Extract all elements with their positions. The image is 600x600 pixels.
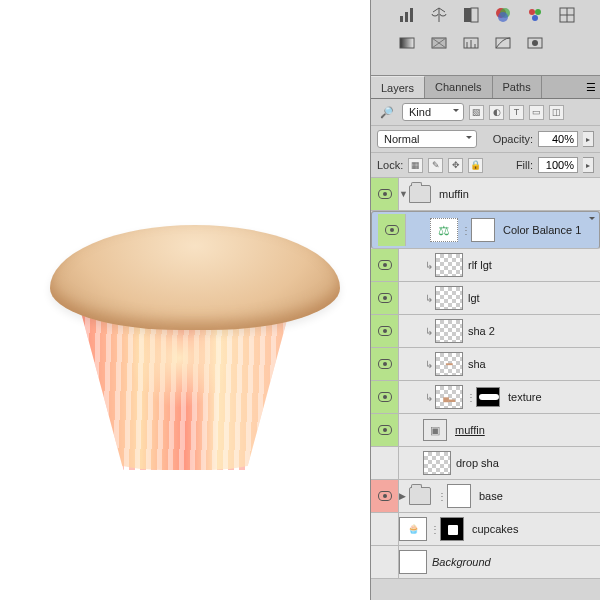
curves-icon[interactable] bbox=[493, 34, 513, 52]
pattern-icon[interactable] bbox=[429, 34, 449, 52]
grid-icon[interactable] bbox=[557, 6, 577, 24]
layer-thumb[interactable] bbox=[435, 286, 463, 310]
layer-drop-sha[interactable]: drop sha bbox=[371, 447, 600, 480]
layer-thumb[interactable] bbox=[399, 550, 427, 574]
histogram-icon[interactable] bbox=[397, 6, 417, 24]
eye-icon bbox=[378, 359, 392, 369]
layer-thumb[interactable]: 🧁 bbox=[399, 517, 427, 541]
lock-transparent-icon[interactable]: ▦ bbox=[408, 158, 423, 173]
folder-icon bbox=[409, 185, 431, 203]
eye-icon bbox=[378, 326, 392, 336]
muffin-artwork bbox=[35, 190, 335, 470]
layer-cupcakes[interactable]: 🧁 ⋮ cupcakes bbox=[371, 513, 600, 546]
layer-label: rlf lgt bbox=[466, 259, 492, 271]
layer-sha2[interactable]: ↳ sha 2 bbox=[371, 315, 600, 348]
clip-icon: ↳ bbox=[423, 359, 435, 370]
opacity-flyout-icon[interactable] bbox=[583, 131, 594, 147]
svg-rect-3 bbox=[464, 8, 471, 22]
filter-adjust-icon[interactable]: ◐ bbox=[489, 105, 504, 120]
svg-point-17 bbox=[532, 40, 538, 46]
visibility-toggle[interactable] bbox=[371, 381, 399, 413]
tab-channels[interactable]: Channels bbox=[425, 76, 492, 98]
layers-list: ▼ muffin ⚖ ⋮ Color Balance 1 ↳ rlf lgt ↳… bbox=[371, 178, 600, 579]
group-base[interactable]: ▶ ⋮ base bbox=[371, 480, 600, 513]
visibility-toggle[interactable] bbox=[371, 348, 399, 380]
filter-shape-icon[interactable]: ▭ bbox=[529, 105, 544, 120]
adjustment-thumb[interactable]: ⚖ bbox=[430, 218, 458, 242]
layer-label: sha bbox=[466, 358, 486, 370]
group-muffin[interactable]: ▼ muffin bbox=[371, 178, 600, 211]
eye-icon bbox=[378, 425, 392, 435]
layer-thumb[interactable] bbox=[435, 253, 463, 277]
search-icon: 🔎 bbox=[377, 106, 397, 119]
filter-row: 🔎 Kind ▧ ◐ T ▭ ◫ bbox=[371, 99, 600, 126]
lock-all-icon[interactable]: 🔒 bbox=[468, 158, 483, 173]
fill-flyout-icon[interactable] bbox=[583, 157, 594, 173]
tab-layers[interactable]: Layers bbox=[371, 76, 425, 98]
opacity-label: Opacity: bbox=[493, 133, 533, 145]
svg-rect-0 bbox=[400, 16, 403, 22]
layer-background[interactable]: Background bbox=[371, 546, 600, 579]
visibility-toggle[interactable] bbox=[371, 249, 399, 281]
layer-thumb[interactable] bbox=[435, 319, 463, 343]
layer-thumb[interactable]: ▄▂ bbox=[435, 385, 463, 409]
filter-pixel-icon[interactable]: ▧ bbox=[469, 105, 484, 120]
lock-position-icon[interactable]: ✥ bbox=[448, 158, 463, 173]
clip-icon: ↳ bbox=[423, 293, 435, 304]
visibility-toggle[interactable] bbox=[371, 480, 399, 512]
layer-label: texture bbox=[506, 391, 542, 403]
visibility-toggle[interactable] bbox=[371, 414, 399, 446]
swatches-icon[interactable] bbox=[525, 6, 545, 24]
visibility-toggle[interactable] bbox=[371, 447, 399, 479]
eye-icon bbox=[378, 189, 392, 199]
svg-rect-4 bbox=[471, 8, 478, 22]
blend-mode-select[interactable]: Normal bbox=[377, 130, 477, 148]
balance-icon: ⚖ bbox=[438, 223, 450, 238]
layer-label: sha 2 bbox=[466, 325, 495, 337]
layer-thumb[interactable] bbox=[423, 451, 451, 475]
channels-icon[interactable] bbox=[493, 6, 513, 24]
layer-mask-thumb[interactable] bbox=[447, 484, 471, 508]
levels-icon[interactable] bbox=[461, 34, 481, 52]
visibility-toggle[interactable] bbox=[371, 546, 399, 578]
gradient-icon[interactable] bbox=[397, 34, 417, 52]
mask-set-icon[interactable] bbox=[525, 34, 545, 52]
layer-label: muffin bbox=[437, 188, 469, 200]
visibility-toggle[interactable] bbox=[371, 513, 399, 545]
layer-muffin-smart[interactable]: ▣ muffin bbox=[371, 414, 600, 447]
svg-point-8 bbox=[529, 9, 535, 15]
layer-texture[interactable]: ↳ ▄▂ ⋮ texture bbox=[371, 381, 600, 414]
fill-input[interactable]: 100% bbox=[538, 157, 578, 173]
adjust-icon[interactable] bbox=[461, 6, 481, 24]
layer-mask-thumb[interactable] bbox=[440, 517, 464, 541]
layer-thumb[interactable]: ━ bbox=[435, 352, 463, 376]
layer-lgt[interactable]: ↳ lgt bbox=[371, 282, 600, 315]
filter-type-icon[interactable]: T bbox=[509, 105, 524, 120]
smart-object-thumb[interactable]: ▣ bbox=[423, 419, 447, 441]
svg-rect-12 bbox=[400, 38, 414, 48]
panel-menu-icon[interactable]: ☰ bbox=[582, 76, 600, 98]
visibility-toggle[interactable] bbox=[371, 282, 399, 314]
visibility-toggle[interactable] bbox=[378, 214, 406, 246]
filter-kind-select[interactable]: Kind bbox=[402, 103, 464, 121]
layer-label: cupcakes bbox=[470, 523, 518, 535]
tab-paths[interactable]: Paths bbox=[493, 76, 542, 98]
layer-color-balance[interactable]: ⚖ ⋮ Color Balance 1 bbox=[371, 211, 600, 249]
layer-mask-thumb[interactable] bbox=[476, 387, 500, 407]
lock-pixels-icon[interactable]: ✎ bbox=[428, 158, 443, 173]
clip-icon: ↳ bbox=[423, 260, 435, 271]
fill-label: Fill: bbox=[516, 159, 533, 171]
balance-icon[interactable] bbox=[429, 6, 449, 24]
disclosure-open-icon[interactable]: ▼ bbox=[399, 189, 409, 199]
layer-sha[interactable]: ↳ ━ sha bbox=[371, 348, 600, 381]
layer-mask-thumb[interactable] bbox=[471, 218, 495, 242]
visibility-toggle[interactable] bbox=[371, 315, 399, 347]
layer-label: drop sha bbox=[454, 457, 499, 469]
layer-rlf-lgt[interactable]: ↳ rlf lgt bbox=[371, 249, 600, 282]
panel-icon-bar bbox=[371, 0, 600, 76]
visibility-toggle[interactable] bbox=[371, 178, 399, 210]
disclosure-closed-icon[interactable]: ▶ bbox=[399, 491, 409, 501]
opacity-input[interactable]: 40% bbox=[538, 131, 578, 147]
filter-smart-icon[interactable]: ◫ bbox=[549, 105, 564, 120]
svg-point-9 bbox=[535, 9, 541, 15]
